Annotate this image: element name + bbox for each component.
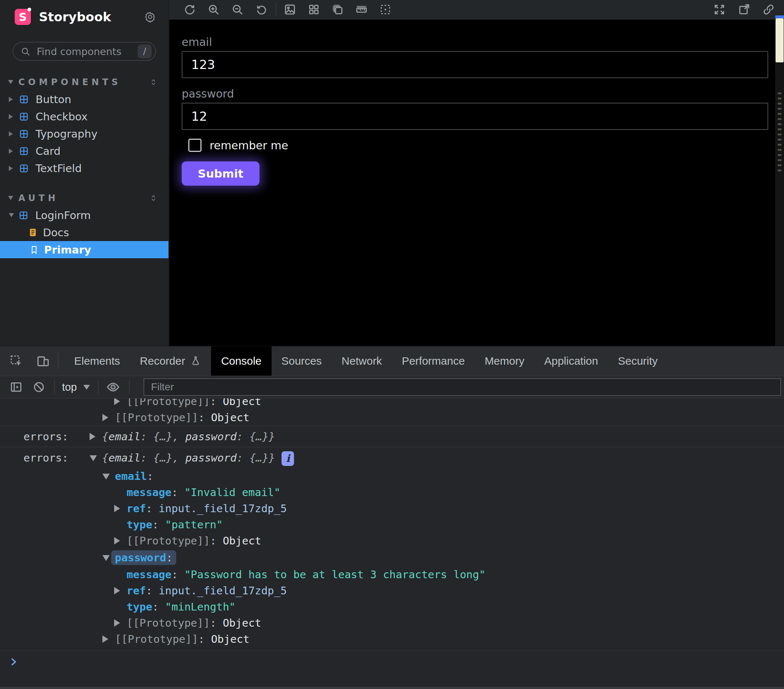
email-field[interactable] (182, 51, 768, 78)
collapse-all-icon[interactable] (149, 193, 158, 203)
console-prompt[interactable] (0, 650, 784, 689)
zoom-in-icon[interactable] (207, 3, 220, 16)
console-text: : (210, 617, 223, 629)
console-text: password (115, 551, 166, 564)
background-select-icon[interactable] (283, 3, 296, 16)
tab-label: Network (342, 355, 382, 367)
inspect-element-icon[interactable] (10, 354, 23, 368)
storybook-logo-icon: S (15, 9, 31, 25)
console-row: errors:{email: {…}, password: {…}}i (0, 447, 784, 468)
section-header-auth[interactable]: AUTH (0, 189, 168, 207)
collapse-arrow-icon[interactable] (102, 555, 110, 561)
scrollbar-thumb[interactable] (776, 18, 784, 62)
collapse-all-icon[interactable] (149, 77, 158, 87)
tab-performance[interactable]: Performance (392, 346, 475, 376)
console-text: : (210, 398, 223, 408)
console-text: type (127, 600, 152, 613)
grid-toggle-icon[interactable] (307, 3, 320, 16)
sidebar-item-checkbox[interactable]: Checkbox (0, 108, 168, 125)
sidebar-header: S Storybook (0, 0, 168, 34)
expand-arrow-icon[interactable] (114, 537, 120, 544)
tab-security[interactable]: Security (608, 346, 667, 376)
section-header-components[interactable]: COMPONENTS (0, 73, 168, 90)
search-input[interactable] (13, 42, 156, 61)
tab-application[interactable]: Application (534, 346, 608, 376)
tab-label: Performance (402, 355, 465, 367)
console-row: email: (0, 468, 784, 484)
eye-watch-icon[interactable] (106, 380, 120, 395)
tab-memory[interactable]: Memory (474, 346, 534, 376)
console-row: [[Prototype]]: Object (0, 631, 784, 647)
console-text: {…} (153, 430, 173, 443)
flask-icon (190, 355, 201, 367)
tab-elements[interactable]: Elements (64, 346, 130, 376)
device-toolbar-icon[interactable] (36, 354, 50, 368)
console-text: : (146, 584, 158, 597)
reset-zoom-icon[interactable] (255, 3, 268, 16)
console-text: : (210, 534, 223, 547)
sidebar-item-primary-story[interactable]: Primary (0, 241, 168, 258)
collapse-arrow-icon[interactable] (102, 474, 110, 480)
console-text: [[Prototype]] (115, 633, 198, 645)
expand-arrow-icon[interactable] (114, 505, 120, 512)
console-row: type: "minLength" (0, 599, 784, 615)
sidebar-item-loginform[interactable]: LoginForm (0, 207, 168, 224)
console-text: } (268, 430, 275, 443)
sidebar-item-docs[interactable]: Docs (0, 224, 168, 241)
chevron-right-icon (9, 149, 13, 154)
page-scrollbar[interactable] (775, 15, 784, 346)
info-badge-icon[interactable]: i (282, 451, 294, 466)
sidebar-item-card[interactable]: Card (0, 142, 168, 160)
sidebar-item-button[interactable]: Button (0, 90, 168, 108)
clear-console-icon[interactable] (31, 380, 46, 395)
console-text: password (185, 452, 237, 464)
console-row: errors:{email: {…}, password: {…}} (0, 426, 784, 447)
tab-label: Recorder (140, 355, 185, 367)
sidebar-item-typography[interactable]: Typography (0, 125, 168, 142)
zoom-out-icon[interactable] (231, 3, 244, 16)
password-field[interactable] (182, 103, 768, 130)
open-new-tab-icon[interactable] (737, 3, 751, 16)
expand-arrow-icon[interactable] (102, 635, 108, 643)
console-sidebar-toggle-icon[interactable] (9, 380, 23, 395)
expand-arrow-icon[interactable] (114, 619, 120, 627)
copy-link-icon[interactable] (762, 3, 775, 16)
scrollbar-accent (775, 15, 784, 18)
expand-arrow-icon[interactable] (114, 587, 120, 594)
sidebar-item-textfield[interactable]: TextField (0, 160, 168, 177)
viewport-icon[interactable] (331, 3, 344, 16)
console-text: {…} (250, 452, 268, 464)
component-icon (19, 112, 29, 122)
expand-arrow-icon[interactable] (89, 433, 96, 440)
console-text: "Invalid email" (184, 486, 280, 498)
remember-me-label: remember me (209, 139, 288, 152)
console-text: message (127, 486, 171, 498)
console-text: : (141, 430, 153, 443)
login-form: email password remember me Submit (169, 20, 775, 186)
console-text: : (147, 470, 153, 482)
expand-arrow-icon[interactable] (114, 398, 120, 405)
remount-icon[interactable] (183, 3, 196, 16)
fullscreen-icon[interactable] (713, 3, 726, 16)
outline-icon[interactable] (379, 3, 392, 16)
console-filter-input[interactable] (143, 378, 781, 396)
collapse-arrow-icon[interactable] (89, 455, 97, 461)
tab-console[interactable]: Console (211, 346, 271, 376)
chevron-right-icon (9, 132, 13, 136)
console-text: : (166, 551, 173, 564)
tab-sources[interactable]: Sources (272, 346, 332, 376)
submit-button[interactable]: Submit (182, 161, 260, 186)
tab-recorder[interactable]: Recorder (130, 346, 211, 376)
expand-arrow-icon[interactable] (102, 414, 108, 421)
measure-icon[interactable] (355, 3, 368, 16)
tab-label: Elements (74, 355, 120, 367)
console-log-label: errors: (23, 426, 68, 447)
remember-me-checkbox[interactable] (188, 139, 201, 152)
execution-context-selector[interactable]: top (62, 381, 90, 393)
settings-gear-icon[interactable] (144, 11, 156, 23)
console-row: [[Prototype]]: Object (0, 615, 784, 631)
chevron-down-icon (83, 385, 90, 390)
console-text: : (237, 430, 250, 443)
tab-network[interactable]: Network (332, 346, 392, 376)
console-text: : (146, 502, 158, 515)
